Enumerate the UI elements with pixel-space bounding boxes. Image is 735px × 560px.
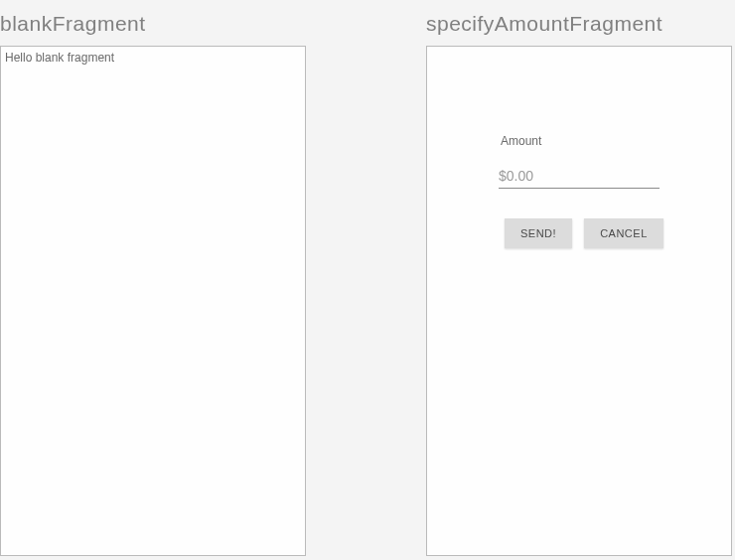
amount-form: Amount SEND! CANCEL (427, 47, 731, 248)
button-row: SEND! CANCEL (505, 218, 701, 248)
specify-amount-fragment-frame: Amount SEND! CANCEL (426, 46, 732, 556)
fragments-container: blankFragment Hello blank fragment speci… (0, 0, 735, 556)
blank-fragment-text: Hello blank fragment (1, 47, 305, 69)
amount-input[interactable] (499, 166, 660, 189)
blank-fragment-column: blankFragment Hello blank fragment (0, 0, 307, 556)
blank-fragment-frame: Hello blank fragment (0, 46, 306, 556)
specify-amount-fragment-column: specifyAmountFragment Amount SEND! CANCE… (426, 0, 733, 556)
cancel-button[interactable]: CANCEL (584, 218, 663, 248)
blank-fragment-title: blankFragment (0, 0, 307, 46)
send-button[interactable]: SEND! (505, 218, 572, 248)
amount-label: Amount (501, 134, 701, 148)
specify-amount-fragment-title: specifyAmountFragment (426, 0, 733, 46)
